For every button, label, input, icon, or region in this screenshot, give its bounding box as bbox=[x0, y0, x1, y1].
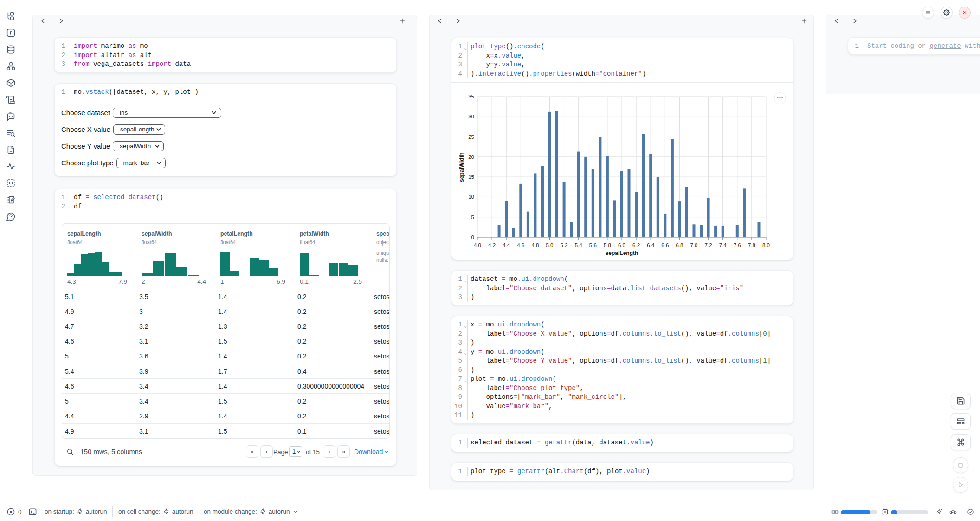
svg-text:sepalWidth: sepalWidth bbox=[458, 152, 465, 182]
svg-text:7.6: 7.6 bbox=[734, 242, 741, 248]
svg-text:4.0: 4.0 bbox=[474, 242, 481, 248]
svg-text:6.8: 6.8 bbox=[676, 242, 683, 248]
svg-text:5.8: 5.8 bbox=[604, 242, 611, 248]
svg-text:6.6: 6.6 bbox=[661, 242, 669, 248]
svg-text:8.0: 8.0 bbox=[762, 242, 770, 248]
svg-text:5.2: 5.2 bbox=[561, 242, 568, 248]
svg-text:10: 10 bbox=[468, 194, 474, 200]
svg-text:20: 20 bbox=[468, 154, 474, 160]
svg-text:6.2: 6.2 bbox=[632, 242, 640, 248]
svg-text:6.4: 6.4 bbox=[647, 242, 655, 248]
svg-text:30: 30 bbox=[468, 114, 474, 119]
svg-text:5.4: 5.4 bbox=[575, 242, 583, 248]
svg-text:4.6: 4.6 bbox=[517, 242, 524, 248]
svg-text:35: 35 bbox=[468, 94, 474, 99]
svg-text:6.0: 6.0 bbox=[618, 242, 625, 248]
svg-text:15: 15 bbox=[468, 174, 474, 180]
svg-text:7.4: 7.4 bbox=[719, 242, 727, 248]
svg-text:5.6: 5.6 bbox=[589, 242, 597, 248]
svg-text:0: 0 bbox=[471, 234, 474, 240]
svg-text:4.8: 4.8 bbox=[531, 242, 539, 248]
svg-text:4.2: 4.2 bbox=[488, 242, 496, 248]
svg-text:7.2: 7.2 bbox=[705, 242, 712, 248]
svg-text:7.8: 7.8 bbox=[748, 242, 755, 248]
svg-text:5: 5 bbox=[471, 215, 474, 220]
svg-text:25: 25 bbox=[468, 134, 474, 140]
svg-text:7.0: 7.0 bbox=[690, 242, 698, 248]
svg-text:sepalLength: sepalLength bbox=[606, 250, 638, 256]
svg-text:4.4: 4.4 bbox=[503, 242, 510, 248]
svg-text:5.0: 5.0 bbox=[546, 242, 554, 248]
